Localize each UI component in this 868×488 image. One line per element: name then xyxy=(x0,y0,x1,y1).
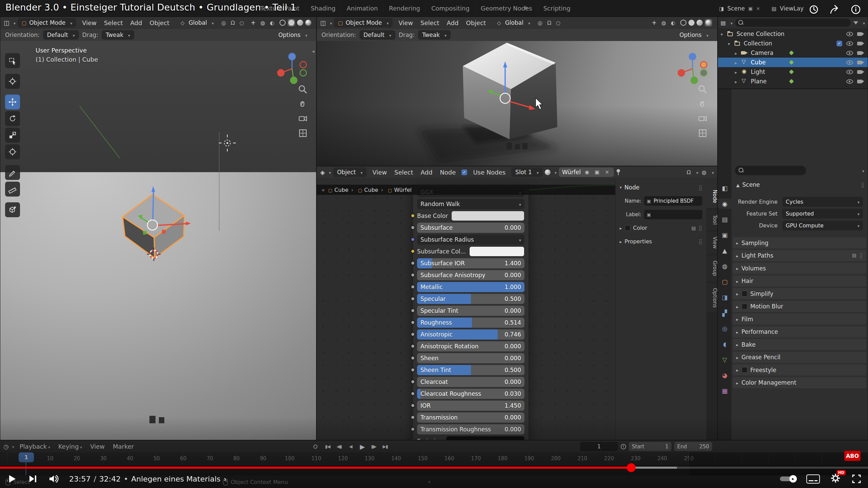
hide-in-viewport-icon[interactable] xyxy=(846,32,853,36)
properties-tab-world[interactable]: ◍ xyxy=(718,261,731,271)
disclosure-arrow-icon[interactable] xyxy=(721,30,727,37)
section-collapse-arrow[interactable] xyxy=(736,354,739,361)
hide-in-viewport-icon[interactable] xyxy=(846,70,853,74)
panel-drag-dots[interactable] xyxy=(859,252,863,259)
outliner-row[interactable]: Plane xyxy=(718,77,868,86)
pin-icon[interactable] xyxy=(616,169,621,176)
node-socket[interactable] xyxy=(411,344,415,348)
section-checkbox[interactable] xyxy=(742,291,747,297)
viewlayer-selector[interactable]: ViewLay xyxy=(780,5,804,12)
breadcrumb-item[interactable]: Würfel xyxy=(378,187,412,193)
disable-in-render-icon[interactable] xyxy=(857,80,862,83)
properties-section-header[interactable]: Hair ▤ xyxy=(733,276,866,287)
color-swatch[interactable] xyxy=(446,436,524,440)
collection-checkbox[interactable] xyxy=(836,41,842,46)
timeline-editor-icon[interactable] xyxy=(3,443,9,450)
section-collapse-arrow[interactable] xyxy=(620,238,622,245)
menu-item[interactable]: Select xyxy=(417,19,443,26)
node-name-field[interactable]: Principled BSDF xyxy=(644,196,702,206)
fullscreen-icon[interactable] xyxy=(851,473,862,484)
shading-solid-icon[interactable] xyxy=(688,20,695,26)
toggle-ortho-icon[interactable] xyxy=(697,127,708,139)
playhead[interactable]: 1 xyxy=(19,452,34,462)
section-collapse-arrow[interactable] xyxy=(736,265,739,271)
properties-section-header[interactable]: Motion Blur ▤ xyxy=(733,301,866,312)
preview-range-icon[interactable] xyxy=(621,444,626,449)
properties-section-header[interactable]: Simplify ▤ xyxy=(733,288,866,299)
node-socket[interactable] xyxy=(411,237,415,242)
outliner-editor-icon[interactable] xyxy=(721,20,726,26)
node-socket[interactable] xyxy=(411,320,415,325)
sidebar-tab[interactable]: View xyxy=(706,231,718,254)
fake-user-icon[interactable]: ◉ xyxy=(583,169,591,175)
panel-drag-dots[interactable] xyxy=(699,225,702,231)
options-dropdown[interactable]: Options xyxy=(274,30,311,40)
channel-watermark[interactable]: ABO xyxy=(844,451,861,461)
node-socket[interactable] xyxy=(411,427,415,431)
video-info-icon[interactable] xyxy=(850,3,862,16)
shader-editor-icon[interactable] xyxy=(320,169,325,176)
properties-tab-constraints[interactable]: ◖ xyxy=(718,339,731,349)
frame-end-field[interactable]: End250 xyxy=(674,442,712,451)
menu-item[interactable]: Select xyxy=(391,169,417,176)
disclosure-arrow-icon[interactable] xyxy=(728,40,734,47)
section-collapse-arrow[interactable] xyxy=(736,278,739,284)
node-input-row[interactable]: Anisotropic Rotation Anisotropic Rotatio… xyxy=(417,341,524,351)
drag-value-dropdown[interactable]: Tweak xyxy=(102,30,134,40)
scene-selector[interactable]: Scene xyxy=(727,5,745,12)
properties-tab-material[interactable]: ◕ xyxy=(718,370,731,380)
node-input-row[interactable]: IOR IOR 1.450 xyxy=(417,401,524,411)
sidebar-tab[interactable]: Group xyxy=(706,256,718,281)
jump-to-end-button[interactable]: ▶▮ xyxy=(380,444,390,449)
shading-solid-icon[interactable] xyxy=(288,20,294,26)
disclosure-arrow-icon[interactable] xyxy=(735,78,741,85)
sidebar-section[interactable]: Color xyxy=(620,223,702,233)
properties-section-header[interactable]: Freestyle ▤ xyxy=(733,364,866,375)
node-input-row[interactable]: Subsurface Col... Subsurface Col... xyxy=(417,246,524,257)
overlays-icon[interactable] xyxy=(660,19,667,26)
properties-search-input[interactable] xyxy=(735,166,806,175)
filter-options-chevron[interactable] xyxy=(861,20,865,26)
node-socket[interactable] xyxy=(411,225,415,230)
workspace-tab[interactable]: Shading xyxy=(305,5,341,12)
property-value-dropdown[interactable]: Supported xyxy=(782,209,863,219)
disable-in-render-icon[interactable] xyxy=(857,61,862,64)
overlays-icon[interactable] xyxy=(259,19,266,26)
node-input-row[interactable]: Roughness Roughness 0.514 xyxy=(417,318,524,328)
section-collapse-arrow[interactable] xyxy=(736,329,739,335)
properties-tab-viewlayer[interactable]: ▣ xyxy=(718,230,731,240)
properties-section-header[interactable]: Light Paths ▤ xyxy=(733,250,866,261)
shading-wireframe-icon[interactable] xyxy=(680,20,686,26)
unlink-scene-icon[interactable]: × xyxy=(756,6,760,11)
editor-type-chevron[interactable] xyxy=(10,443,14,450)
volume-icon[interactable] xyxy=(48,473,59,484)
snap-magnet-icon[interactable] xyxy=(546,19,553,26)
material-slot-dropdown[interactable]: Slot 1 xyxy=(511,167,543,177)
node-socket[interactable] xyxy=(411,415,415,420)
node-input-row[interactable]: Subsurface Subsurface 0.000 xyxy=(417,223,524,233)
properties-section-header[interactable]: Performance ▤ xyxy=(733,326,866,338)
overlays-icon[interactable] xyxy=(700,169,708,176)
menu-item[interactable]: Object xyxy=(146,19,173,26)
hide-in-viewport-icon[interactable] xyxy=(846,51,853,55)
material-browse-icon[interactable] xyxy=(545,169,551,175)
shading-material-icon[interactable] xyxy=(697,20,703,26)
section-checkbox[interactable] xyxy=(625,225,631,231)
sidebar-section[interactable]: Properties xyxy=(620,236,702,246)
node-socket[interactable] xyxy=(411,403,415,408)
node-input-row[interactable]: Subsurface Radius Subsurface Radius xyxy=(417,235,524,245)
workspace-tab[interactable]: Animation xyxy=(341,5,383,12)
next-keyframe-button[interactable]: ▮▶ xyxy=(369,444,378,449)
properties-tab-render[interactable]: ◉ xyxy=(718,199,731,209)
node-socket[interactable] xyxy=(411,297,415,301)
node-input-row[interactable]: Metallic Metallic 1.000 xyxy=(417,282,524,292)
node-socket[interactable] xyxy=(411,356,415,360)
auto-keying-icon[interactable] xyxy=(313,445,317,449)
outliner-row[interactable]: Scene Collection xyxy=(718,29,868,39)
disable-in-render-icon[interactable] xyxy=(857,51,862,55)
shader-type-dropdown[interactable]: Object xyxy=(333,167,367,177)
node-socket[interactable] xyxy=(411,214,415,218)
principled-bsdf-node[interactable]: GGX GGX Random Walk Random Walk xyxy=(413,185,529,440)
disclosure-arrow-icon[interactable] xyxy=(735,49,741,56)
node-input-row[interactable]: Specular Specular 0.500 xyxy=(417,294,524,304)
